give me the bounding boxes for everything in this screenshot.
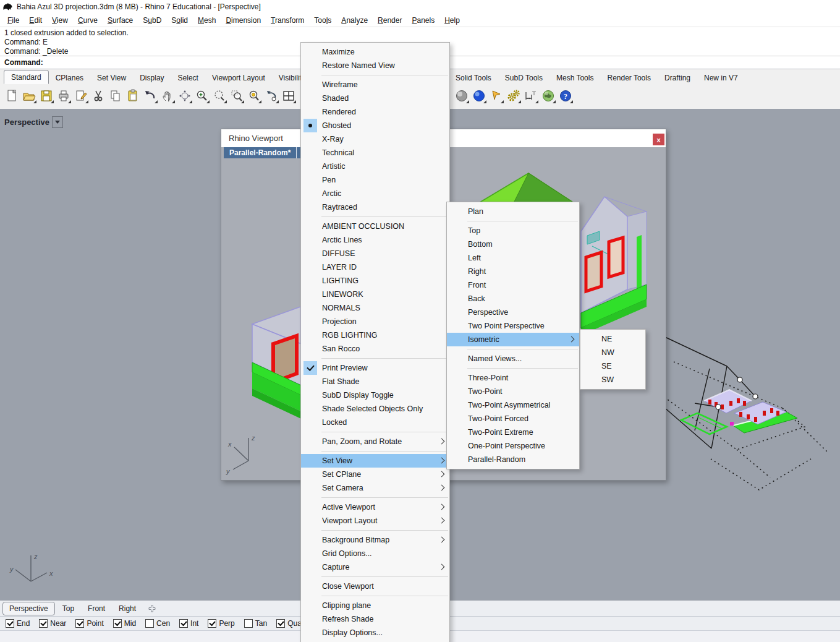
menu-item-background-bitmap[interactable]: Background Bitmap bbox=[301, 533, 449, 547]
menubar-mesh[interactable]: Mesh bbox=[193, 14, 221, 27]
copy-button[interactable] bbox=[108, 88, 124, 104]
menu-item-shade-selected-objects-only[interactable]: Shade Selected Objects Only bbox=[301, 402, 449, 416]
menu-item-rendered[interactable]: Rendered bbox=[301, 105, 449, 119]
toolbar-tab-mesh-tools[interactable]: Mesh Tools bbox=[549, 71, 600, 84]
menu-item-plan[interactable]: Plan bbox=[447, 205, 579, 218]
toolbar-tab-solid-tools[interactable]: Solid Tools bbox=[449, 71, 498, 84]
menu-item-flat-shade[interactable]: Flat Shade bbox=[301, 375, 449, 388]
close-button[interactable]: x bbox=[653, 134, 664, 145]
earth-render-button[interactable] bbox=[540, 88, 556, 104]
menu-item-se[interactable]: SE bbox=[580, 359, 645, 373]
menu-item-print-preview[interactable]: Print Preview bbox=[301, 361, 449, 375]
osnap-item-tan[interactable]: Tan bbox=[244, 619, 267, 628]
checkbox-perp[interactable] bbox=[208, 619, 216, 628]
osnap-item-mid[interactable]: Mid bbox=[113, 619, 136, 628]
add-viewport-button[interactable] bbox=[148, 605, 156, 612]
menu-item-arctic-lines[interactable]: Arctic Lines bbox=[301, 233, 449, 247]
menubar-dimension[interactable]: Dimension bbox=[221, 14, 266, 27]
menu-item-diffuse[interactable]: DIFFUSE bbox=[301, 247, 449, 260]
zoom-selected-button[interactable] bbox=[246, 88, 262, 104]
menu-item-pan-zoom-and-rotate[interactable]: Pan, Zoom, and Rotate bbox=[301, 435, 449, 448]
new-file-button[interactable] bbox=[4, 88, 20, 104]
osnap-item-cen[interactable]: Cen bbox=[145, 619, 170, 628]
menu-item-shaded[interactable]: Shaded bbox=[301, 92, 449, 105]
checkbox-end[interactable] bbox=[6, 619, 14, 628]
menu-item-close-viewport[interactable]: Close Viewport bbox=[301, 580, 449, 593]
menu-item-two-point[interactable]: Two-Point bbox=[447, 385, 579, 398]
viewport-tab-top[interactable]: Top bbox=[56, 602, 80, 615]
menu-item-locked[interactable]: Locked bbox=[301, 416, 449, 429]
viewport-title[interactable]: Perspective bbox=[4, 118, 49, 127]
toolbar-tab-cplanes[interactable]: CPlanes bbox=[49, 71, 90, 84]
menubar-panels[interactable]: Panels bbox=[407, 14, 439, 27]
viewport-tab-perspective[interactable]: Perspective bbox=[2, 602, 55, 615]
osnap-item-near[interactable]: Near bbox=[39, 619, 66, 628]
toolbar-tab-drafting[interactable]: Drafting bbox=[658, 71, 697, 84]
menu-item-two-point-forced[interactable]: Two-Point Forced bbox=[447, 412, 579, 426]
osnap-item-int[interactable]: Int bbox=[179, 619, 198, 628]
menu-item-lighting[interactable]: LIGHTING bbox=[301, 274, 449, 288]
menubar-file[interactable]: File bbox=[2, 14, 24, 27]
menu-item-set-view[interactable]: Set View bbox=[301, 454, 449, 468]
menu-item-sw[interactable]: SW bbox=[580, 373, 645, 387]
undo-button[interactable] bbox=[142, 88, 158, 104]
zoom-window-button[interactable] bbox=[229, 88, 245, 104]
checkbox-tan[interactable] bbox=[244, 619, 253, 628]
menu-item-technical[interactable]: Technical bbox=[301, 146, 449, 160]
toolbar-tab-render-tools[interactable]: Render Tools bbox=[600, 71, 658, 84]
menu-item-isometric[interactable]: Isometric bbox=[447, 333, 579, 346]
dimension-button[interactable] bbox=[523, 88, 539, 104]
menubar-solid[interactable]: Solid bbox=[166, 14, 193, 27]
toolbar-tab-new-in-v7[interactable]: New in V7 bbox=[697, 71, 745, 84]
osnap-item-end[interactable]: End bbox=[6, 619, 30, 628]
menu-item-two-point-perspective[interactable]: Two Point Perspective bbox=[447, 319, 579, 333]
menu-item-set-cplane[interactable]: Set CPlane bbox=[301, 468, 449, 481]
menu-item-nw[interactable]: NW bbox=[580, 346, 645, 359]
osnap-item-point[interactable]: Point bbox=[75, 619, 103, 628]
menubar-render[interactable]: Render bbox=[373, 14, 407, 27]
menu-item-viewport-properties[interactable]: Viewport Properties... bbox=[301, 640, 449, 642]
menubar-analyze[interactable]: Analyze bbox=[336, 14, 373, 27]
menu-item-one-point-perspective[interactable]: One-Point Perspective bbox=[447, 439, 579, 453]
menu-item-active-viewport[interactable]: Active Viewport bbox=[301, 500, 449, 514]
menu-item-named-views[interactable]: Named Views... bbox=[447, 352, 579, 366]
zoom-extents-button[interactable] bbox=[211, 88, 227, 104]
viewport-layout-button[interactable] bbox=[281, 88, 297, 104]
menu-item-ghosted[interactable]: Ghosted bbox=[301, 119, 449, 132]
menu-item-rgb-lighting[interactable]: RGB LIGHTING bbox=[301, 328, 449, 342]
menu-item-two-point-asymmetrical[interactable]: Two-Point Asymmetrical bbox=[447, 398, 579, 412]
menu-item-normals[interactable]: NORMALS bbox=[301, 301, 449, 315]
viewport-title-dropdown[interactable] bbox=[52, 116, 63, 128]
open-file-button[interactable] bbox=[21, 88, 37, 104]
cut-button[interactable] bbox=[90, 88, 106, 104]
menu-item-right[interactable]: Right bbox=[447, 265, 579, 278]
viewport-tab-front[interactable]: Front bbox=[82, 602, 111, 615]
toolbar-tab-subd-tools[interactable]: SubD Tools bbox=[498, 71, 549, 84]
menu-item-front[interactable]: Front bbox=[447, 278, 579, 292]
menubar-curve[interactable]: Curve bbox=[73, 14, 103, 27]
menu-item-top[interactable]: Top bbox=[447, 224, 579, 238]
menu-item-arctic[interactable]: Arctic bbox=[301, 187, 449, 200]
help-button[interactable]: ? bbox=[558, 88, 574, 104]
menubar-transform[interactable]: Transform bbox=[266, 14, 309, 27]
paste-button[interactable] bbox=[125, 88, 141, 104]
menu-item-viewport-layout[interactable]: Viewport Layout bbox=[301, 514, 449, 528]
menu-item-ne[interactable]: NE bbox=[580, 332, 645, 346]
picker-button[interactable] bbox=[488, 88, 504, 104]
menu-item-restore-named-view[interactable]: Restore Named View bbox=[301, 59, 449, 72]
menu-item-pen[interactable]: Pen bbox=[301, 173, 449, 187]
checkbox-quad[interactable] bbox=[276, 619, 285, 628]
menu-item-projection[interactable]: Projection bbox=[301, 315, 449, 328]
menu-item-set-camera[interactable]: Set Camera bbox=[301, 481, 449, 495]
toolbar-tab-standard[interactable]: Standard bbox=[4, 70, 49, 84]
toolbar-tab-viewport-layout[interactable]: Viewport Layout bbox=[205, 71, 272, 84]
checkbox-point[interactable] bbox=[75, 619, 84, 628]
menu-item-ambient-occlusion[interactable]: AMBIENT OCCLUSION bbox=[301, 220, 449, 233]
checkbox-int[interactable] bbox=[179, 619, 188, 628]
rendered-sphere-button[interactable] bbox=[471, 88, 487, 104]
menubar-help[interactable]: Help bbox=[439, 14, 465, 27]
print-button[interactable] bbox=[56, 88, 72, 104]
menu-item-back[interactable]: Back bbox=[447, 292, 579, 306]
rotate-view-button[interactable] bbox=[177, 88, 193, 104]
page-edit-button[interactable] bbox=[73, 88, 89, 104]
